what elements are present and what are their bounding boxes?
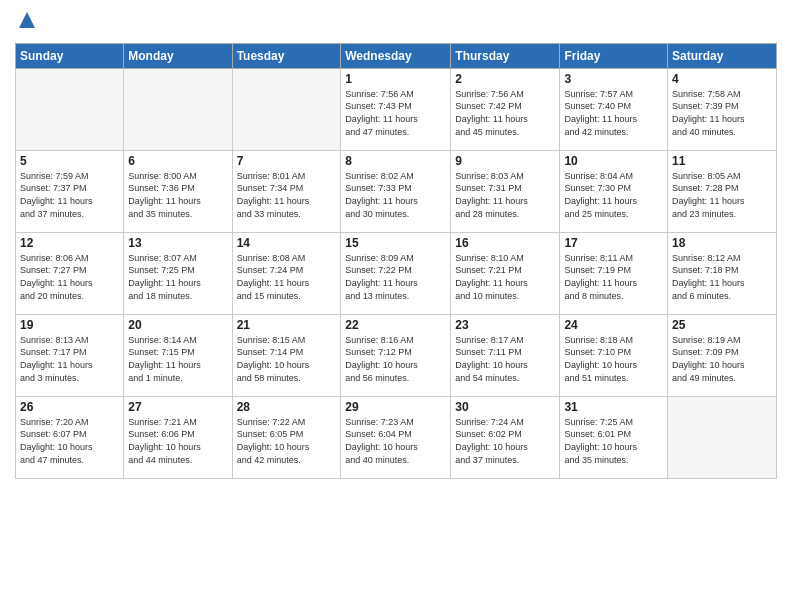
day-number: 7 — [237, 154, 337, 168]
calendar-day-cell: 9Sunrise: 8:03 AM Sunset: 7:31 PM Daylig… — [451, 150, 560, 232]
day-info: Sunrise: 7:24 AM Sunset: 6:02 PM Dayligh… — [455, 416, 555, 466]
day-info: Sunrise: 7:25 AM Sunset: 6:01 PM Dayligh… — [564, 416, 663, 466]
calendar-day-cell: 21Sunrise: 8:15 AM Sunset: 7:14 PM Dayli… — [232, 314, 341, 396]
calendar-week-row: 26Sunrise: 7:20 AM Sunset: 6:07 PM Dayli… — [16, 396, 777, 478]
weekday-header-tuesday: Tuesday — [232, 43, 341, 68]
logo-icon — [17, 10, 37, 30]
calendar-day-cell: 25Sunrise: 8:19 AM Sunset: 7:09 PM Dayli… — [668, 314, 777, 396]
calendar-day-cell — [668, 396, 777, 478]
calendar-day-cell: 26Sunrise: 7:20 AM Sunset: 6:07 PM Dayli… — [16, 396, 124, 478]
day-info: Sunrise: 8:16 AM Sunset: 7:12 PM Dayligh… — [345, 334, 446, 384]
calendar-day-cell: 12Sunrise: 8:06 AM Sunset: 7:27 PM Dayli… — [16, 232, 124, 314]
logo — [15, 10, 37, 35]
weekday-header-thursday: Thursday — [451, 43, 560, 68]
calendar-day-cell — [124, 68, 232, 150]
calendar-day-cell: 17Sunrise: 8:11 AM Sunset: 7:19 PM Dayli… — [560, 232, 668, 314]
calendar-week-row: 1Sunrise: 7:56 AM Sunset: 7:43 PM Daylig… — [16, 68, 777, 150]
day-number: 27 — [128, 400, 227, 414]
calendar-day-cell: 30Sunrise: 7:24 AM Sunset: 6:02 PM Dayli… — [451, 396, 560, 478]
weekday-header-monday: Monday — [124, 43, 232, 68]
day-number: 22 — [345, 318, 446, 332]
weekday-header-row: SundayMondayTuesdayWednesdayThursdayFrid… — [16, 43, 777, 68]
day-number: 30 — [455, 400, 555, 414]
calendar-day-cell: 24Sunrise: 8:18 AM Sunset: 7:10 PM Dayli… — [560, 314, 668, 396]
weekday-header-saturday: Saturday — [668, 43, 777, 68]
calendar-day-cell: 15Sunrise: 8:09 AM Sunset: 7:22 PM Dayli… — [341, 232, 451, 314]
calendar-day-cell: 28Sunrise: 7:22 AM Sunset: 6:05 PM Dayli… — [232, 396, 341, 478]
calendar-day-cell: 31Sunrise: 7:25 AM Sunset: 6:01 PM Dayli… — [560, 396, 668, 478]
day-info: Sunrise: 8:12 AM Sunset: 7:18 PM Dayligh… — [672, 252, 772, 302]
calendar-week-row: 5Sunrise: 7:59 AM Sunset: 7:37 PM Daylig… — [16, 150, 777, 232]
calendar-day-cell: 18Sunrise: 8:12 AM Sunset: 7:18 PM Dayli… — [668, 232, 777, 314]
day-number: 12 — [20, 236, 119, 250]
day-info: Sunrise: 8:01 AM Sunset: 7:34 PM Dayligh… — [237, 170, 337, 220]
day-info: Sunrise: 8:18 AM Sunset: 7:10 PM Dayligh… — [564, 334, 663, 384]
day-number: 8 — [345, 154, 446, 168]
day-info: Sunrise: 8:17 AM Sunset: 7:11 PM Dayligh… — [455, 334, 555, 384]
day-info: Sunrise: 7:58 AM Sunset: 7:39 PM Dayligh… — [672, 88, 772, 138]
calendar-day-cell: 4Sunrise: 7:58 AM Sunset: 7:39 PM Daylig… — [668, 68, 777, 150]
day-number: 24 — [564, 318, 663, 332]
day-number: 3 — [564, 72, 663, 86]
day-number: 10 — [564, 154, 663, 168]
calendar-day-cell: 14Sunrise: 8:08 AM Sunset: 7:24 PM Dayli… — [232, 232, 341, 314]
day-info: Sunrise: 8:08 AM Sunset: 7:24 PM Dayligh… — [237, 252, 337, 302]
day-number: 13 — [128, 236, 227, 250]
calendar-table: SundayMondayTuesdayWednesdayThursdayFrid… — [15, 43, 777, 479]
day-number: 17 — [564, 236, 663, 250]
day-info: Sunrise: 8:04 AM Sunset: 7:30 PM Dayligh… — [564, 170, 663, 220]
day-number: 20 — [128, 318, 227, 332]
calendar-day-cell: 8Sunrise: 8:02 AM Sunset: 7:33 PM Daylig… — [341, 150, 451, 232]
calendar-day-cell: 11Sunrise: 8:05 AM Sunset: 7:28 PM Dayli… — [668, 150, 777, 232]
day-info: Sunrise: 7:22 AM Sunset: 6:05 PM Dayligh… — [237, 416, 337, 466]
day-number: 23 — [455, 318, 555, 332]
day-number: 11 — [672, 154, 772, 168]
day-info: Sunrise: 7:23 AM Sunset: 6:04 PM Dayligh… — [345, 416, 446, 466]
day-info: Sunrise: 8:09 AM Sunset: 7:22 PM Dayligh… — [345, 252, 446, 302]
day-info: Sunrise: 7:57 AM Sunset: 7:40 PM Dayligh… — [564, 88, 663, 138]
day-info: Sunrise: 8:00 AM Sunset: 7:36 PM Dayligh… — [128, 170, 227, 220]
calendar-day-cell: 20Sunrise: 8:14 AM Sunset: 7:15 PM Dayli… — [124, 314, 232, 396]
weekday-header-friday: Friday — [560, 43, 668, 68]
day-info: Sunrise: 7:59 AM Sunset: 7:37 PM Dayligh… — [20, 170, 119, 220]
day-number: 14 — [237, 236, 337, 250]
calendar-day-cell: 1Sunrise: 7:56 AM Sunset: 7:43 PM Daylig… — [341, 68, 451, 150]
calendar-day-cell: 6Sunrise: 8:00 AM Sunset: 7:36 PM Daylig… — [124, 150, 232, 232]
day-number: 5 — [20, 154, 119, 168]
day-info: Sunrise: 8:06 AM Sunset: 7:27 PM Dayligh… — [20, 252, 119, 302]
day-number: 2 — [455, 72, 555, 86]
day-info: Sunrise: 8:10 AM Sunset: 7:21 PM Dayligh… — [455, 252, 555, 302]
day-number: 6 — [128, 154, 227, 168]
day-number: 29 — [345, 400, 446, 414]
calendar-day-cell: 5Sunrise: 7:59 AM Sunset: 7:37 PM Daylig… — [16, 150, 124, 232]
calendar-day-cell: 23Sunrise: 8:17 AM Sunset: 7:11 PM Dayli… — [451, 314, 560, 396]
day-info: Sunrise: 8:02 AM Sunset: 7:33 PM Dayligh… — [345, 170, 446, 220]
day-number: 28 — [237, 400, 337, 414]
calendar-day-cell: 10Sunrise: 8:04 AM Sunset: 7:30 PM Dayli… — [560, 150, 668, 232]
day-info: Sunrise: 7:56 AM Sunset: 7:42 PM Dayligh… — [455, 88, 555, 138]
day-number: 15 — [345, 236, 446, 250]
day-info: Sunrise: 8:03 AM Sunset: 7:31 PM Dayligh… — [455, 170, 555, 220]
calendar-day-cell: 27Sunrise: 7:21 AM Sunset: 6:06 PM Dayli… — [124, 396, 232, 478]
day-info: Sunrise: 7:56 AM Sunset: 7:43 PM Dayligh… — [345, 88, 446, 138]
calendar-day-cell: 29Sunrise: 7:23 AM Sunset: 6:04 PM Dayli… — [341, 396, 451, 478]
calendar-day-cell: 7Sunrise: 8:01 AM Sunset: 7:34 PM Daylig… — [232, 150, 341, 232]
day-info: Sunrise: 8:07 AM Sunset: 7:25 PM Dayligh… — [128, 252, 227, 302]
day-number: 26 — [20, 400, 119, 414]
calendar-day-cell — [16, 68, 124, 150]
day-number: 4 — [672, 72, 772, 86]
day-info: Sunrise: 8:05 AM Sunset: 7:28 PM Dayligh… — [672, 170, 772, 220]
calendar-week-row: 12Sunrise: 8:06 AM Sunset: 7:27 PM Dayli… — [16, 232, 777, 314]
day-info: Sunrise: 7:20 AM Sunset: 6:07 PM Dayligh… — [20, 416, 119, 466]
calendar-day-cell — [232, 68, 341, 150]
day-number: 18 — [672, 236, 772, 250]
day-number: 21 — [237, 318, 337, 332]
day-number: 9 — [455, 154, 555, 168]
day-info: Sunrise: 8:19 AM Sunset: 7:09 PM Dayligh… — [672, 334, 772, 384]
day-info: Sunrise: 8:11 AM Sunset: 7:19 PM Dayligh… — [564, 252, 663, 302]
calendar-day-cell: 19Sunrise: 8:13 AM Sunset: 7:17 PM Dayli… — [16, 314, 124, 396]
svg-marker-0 — [19, 12, 35, 28]
page-header — [15, 10, 777, 35]
day-info: Sunrise: 8:15 AM Sunset: 7:14 PM Dayligh… — [237, 334, 337, 384]
calendar-day-cell: 2Sunrise: 7:56 AM Sunset: 7:42 PM Daylig… — [451, 68, 560, 150]
